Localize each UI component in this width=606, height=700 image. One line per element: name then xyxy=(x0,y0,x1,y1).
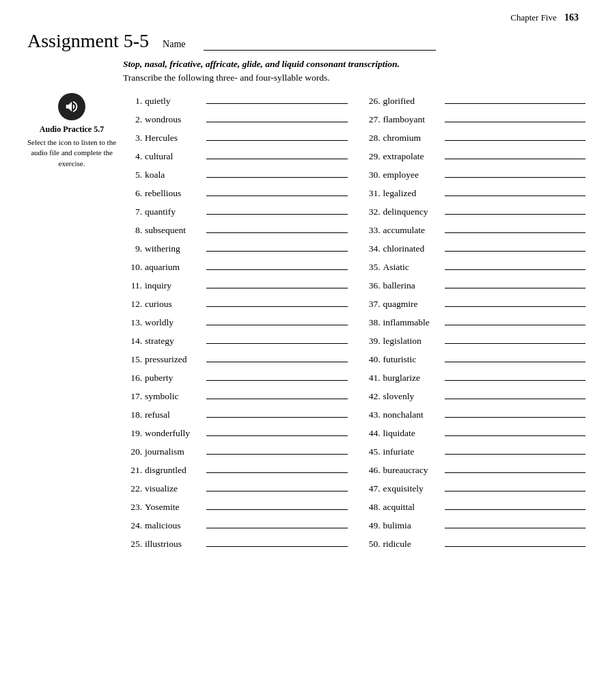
word-number: 9. xyxy=(123,243,142,254)
answer-line[interactable] xyxy=(445,204,586,215)
answer-line[interactable] xyxy=(445,93,586,104)
answer-line[interactable] xyxy=(206,314,348,325)
answer-line[interactable] xyxy=(206,333,348,344)
word-text: quietly xyxy=(145,96,206,107)
word-number: 47. xyxy=(361,483,381,494)
word-text: puberty xyxy=(145,373,206,383)
word-text: aquarium xyxy=(145,262,206,273)
word-text: acquittal xyxy=(383,502,445,513)
answer-line[interactable] xyxy=(206,351,348,362)
assignment-title-text: Assignment 5-5 xyxy=(27,30,149,52)
word-number: 7. xyxy=(123,206,142,217)
answer-line[interactable] xyxy=(445,185,586,196)
word-number: 36. xyxy=(361,280,381,291)
answer-line[interactable] xyxy=(445,278,586,288)
list-item: 3. Hercules xyxy=(123,130,348,144)
audio-button[interactable] xyxy=(58,93,85,120)
list-item: 20. journalism xyxy=(123,444,348,457)
answer-line[interactable] xyxy=(206,130,348,141)
answer-line[interactable] xyxy=(206,296,348,307)
list-item: 1. quietly xyxy=(123,93,348,107)
list-item: 13. worldly xyxy=(123,314,348,328)
answer-line[interactable] xyxy=(206,185,348,196)
word-text: liquidate xyxy=(383,428,445,439)
answer-line[interactable] xyxy=(445,425,586,436)
answer-line[interactable] xyxy=(206,204,348,215)
word-text: employee xyxy=(383,170,445,180)
page-header: Chapter Five 163 xyxy=(0,0,606,23)
answer-line[interactable] xyxy=(445,241,586,252)
word-text: accumulate xyxy=(383,225,445,236)
answer-line[interactable] xyxy=(445,259,586,270)
word-text: visualize xyxy=(145,483,206,494)
answer-line[interactable] xyxy=(445,111,586,122)
answer-line[interactable] xyxy=(445,517,586,528)
answer-line[interactable] xyxy=(445,351,586,362)
answer-line[interactable] xyxy=(445,370,586,381)
word-number: 2. xyxy=(123,114,142,125)
answer-line[interactable] xyxy=(206,425,348,436)
word-number: 37. xyxy=(361,299,381,310)
answer-line[interactable] xyxy=(206,481,348,492)
list-item: 35. Asiatic xyxy=(361,259,586,273)
answer-line[interactable] xyxy=(445,167,586,178)
answer-line[interactable] xyxy=(445,388,586,399)
word-text: refusal xyxy=(145,409,206,420)
word-text: quantify xyxy=(145,206,206,217)
word-text: illustrious xyxy=(145,539,206,550)
list-item: 15. pressurized xyxy=(123,351,348,365)
answer-line[interactable] xyxy=(206,370,348,381)
word-number: 30. xyxy=(361,170,381,180)
word-text: Hercules xyxy=(145,133,206,144)
word-number: 32. xyxy=(361,206,381,217)
answer-line[interactable] xyxy=(206,499,348,510)
answer-line[interactable] xyxy=(445,481,586,492)
answer-line[interactable] xyxy=(206,148,348,159)
answer-line[interactable] xyxy=(206,278,348,288)
answer-line[interactable] xyxy=(206,93,348,104)
list-item: 23. Yosemite xyxy=(123,499,348,513)
answer-line[interactable] xyxy=(445,407,586,418)
word-text: futuristic xyxy=(383,354,445,365)
word-text: bureaucracy xyxy=(383,465,445,476)
word-text: wonderfully xyxy=(145,428,206,439)
list-item: 39. legislation xyxy=(361,333,586,347)
answer-line[interactable] xyxy=(206,444,348,455)
answer-line[interactable] xyxy=(445,314,586,325)
word-text: Asiatic xyxy=(383,262,445,273)
word-text: infuriate xyxy=(383,446,445,457)
word-number: 29. xyxy=(361,151,381,162)
answer-line[interactable] xyxy=(206,167,348,178)
word-number: 45. xyxy=(361,446,381,457)
word-text: pressurized xyxy=(145,354,206,365)
answer-line[interactable] xyxy=(445,536,586,547)
answer-line[interactable] xyxy=(445,499,586,510)
answer-line[interactable] xyxy=(445,444,586,455)
word-text: symbolic xyxy=(145,391,206,402)
answer-line[interactable] xyxy=(206,536,348,547)
list-item: 5. koala xyxy=(123,167,348,180)
word-number: 18. xyxy=(123,409,142,420)
word-text: exquisitely xyxy=(383,483,445,494)
answer-line[interactable] xyxy=(445,462,586,473)
list-item: 45. infuriate xyxy=(361,444,586,457)
answer-line[interactable] xyxy=(206,111,348,122)
answer-line[interactable] xyxy=(206,222,348,233)
answer-line[interactable] xyxy=(206,241,348,252)
instruction-normal: Transcribe the following three- and four… xyxy=(123,72,586,83)
name-line[interactable] xyxy=(204,39,436,51)
answer-line[interactable] xyxy=(445,130,586,141)
answer-line[interactable] xyxy=(445,222,586,233)
answer-line[interactable] xyxy=(445,296,586,307)
assignment-title: Assignment 5-5 Name xyxy=(0,23,606,52)
word-text: worldly xyxy=(145,317,206,328)
answer-line[interactable] xyxy=(445,148,586,159)
answer-line[interactable] xyxy=(206,407,348,418)
list-item: 16. puberty xyxy=(123,370,348,383)
list-item: 6. rebellious xyxy=(123,185,348,199)
answer-line[interactable] xyxy=(206,259,348,270)
answer-line[interactable] xyxy=(206,517,348,528)
answer-line[interactable] xyxy=(206,388,348,399)
answer-line[interactable] xyxy=(445,333,586,344)
answer-line[interactable] xyxy=(206,462,348,473)
